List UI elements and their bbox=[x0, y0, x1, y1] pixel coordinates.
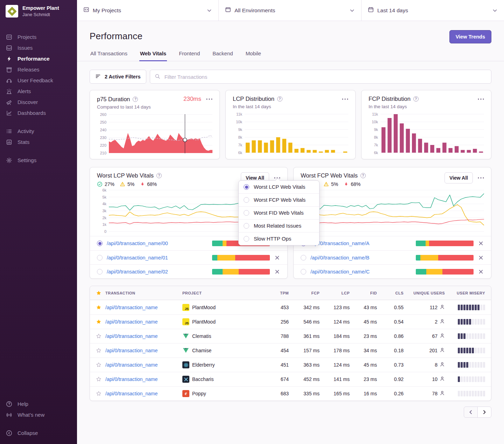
user-misery-bar bbox=[445, 376, 491, 382]
column-header[interactable]: UNIQUE USERS bbox=[404, 291, 445, 295]
next-page-button[interactable] bbox=[477, 407, 491, 418]
sidebar-item-dashboards[interactable]: Dashboards bbox=[0, 107, 77, 118]
close-icon[interactable] bbox=[274, 255, 280, 260]
sidebar-item-alerts[interactable]: Alerts bbox=[0, 86, 77, 97]
dropdown-option-slow-http-ops[interactable]: Slow HTTP Ops bbox=[239, 232, 319, 245]
y-axis: 6k5k4k3k2k1k0 bbox=[97, 190, 106, 232]
dropdown-option-worst-fcp-web-vitals[interactable]: Worst FCP Web Vitals bbox=[239, 193, 319, 206]
org-user: Jane Schmidt bbox=[22, 12, 59, 17]
sidebar-item-issues[interactable]: Issues bbox=[0, 42, 77, 53]
view-all-button[interactable]: View All bbox=[444, 172, 473, 183]
sidebar-item-releases[interactable]: Releases bbox=[0, 64, 77, 75]
transaction-link[interactable]: /api/0/transaction_name/C bbox=[310, 269, 412, 275]
tpm-value: 788 bbox=[266, 333, 289, 339]
help-icon[interactable]: ? bbox=[133, 97, 138, 102]
sidebar-item-collapse[interactable]: Collapse bbox=[0, 428, 77, 438]
star-toggle[interactable] bbox=[90, 348, 105, 353]
sidebar-group-gap bbox=[0, 118, 77, 126]
transaction-link[interactable]: /api/0/transaction_name bbox=[105, 305, 158, 310]
more-options-icon[interactable] bbox=[473, 176, 484, 180]
column-header[interactable]: USER MISERY bbox=[445, 291, 491, 295]
table-row: /api/0/transaction_nameBaccharis674452 m… bbox=[90, 372, 491, 386]
filter-row: 2 Active Filters bbox=[90, 70, 491, 84]
sidebar-item-stats[interactable]: Stats bbox=[0, 137, 77, 147]
transaction-link[interactable]: /api/0/transaction_name bbox=[105, 376, 158, 382]
sidebar-item-user-feedback[interactable]: User Feedback bbox=[0, 75, 77, 86]
ember-icon: e bbox=[182, 390, 189, 397]
fcp-distribution-chart[interactable] bbox=[380, 114, 484, 153]
help-icon[interactable]: ? bbox=[156, 173, 162, 178]
tab-all-transactions[interactable]: All Transactions bbox=[90, 50, 128, 61]
org-switcher[interactable]: Empower Plant Jane Schmidt bbox=[0, 0, 77, 22]
transaction-link[interactable]: /api/0/transaction_name/00 bbox=[107, 241, 208, 246]
radio-button[interactable] bbox=[97, 269, 103, 275]
tab-frontend[interactable]: Frontend bbox=[178, 50, 201, 61]
active-filters-button[interactable]: 2 Active Filters bbox=[90, 70, 146, 84]
column-header[interactable]: TRANSACTION bbox=[105, 291, 182, 295]
star-toggle[interactable] bbox=[90, 362, 105, 368]
search-input[interactable] bbox=[164, 74, 486, 80]
date-range-selector[interactable]: Last 14 days bbox=[362, 0, 504, 21]
close-icon[interactable] bbox=[478, 241, 484, 246]
vitals-distribution-bar bbox=[416, 241, 474, 246]
star-toggle[interactable] bbox=[90, 333, 105, 339]
sidebar-item-what-s-new[interactable]: What’s new bbox=[0, 409, 77, 420]
environment-selector[interactable]: All Environments bbox=[219, 0, 362, 21]
help-icon[interactable]: ? bbox=[277, 96, 282, 102]
transaction-link[interactable]: /api/0/transaction_name bbox=[105, 348, 158, 353]
help-icon[interactable]: ? bbox=[360, 173, 366, 178]
fcp-value: 157 ms bbox=[289, 348, 320, 353]
sidebar-item-performance[interactable]: Performance bbox=[0, 53, 77, 64]
column-header[interactable]: TPM bbox=[266, 291, 289, 295]
sidebar-item-settings[interactable]: Settings bbox=[0, 155, 77, 166]
help-icon[interactable]: ? bbox=[413, 96, 419, 102]
column-header[interactable]: FID bbox=[350, 291, 377, 295]
radio-button bbox=[244, 197, 249, 203]
transaction-link[interactable]: /api/0/transaction_name/02 bbox=[107, 269, 208, 275]
star-toggle[interactable] bbox=[90, 391, 105, 396]
close-icon[interactable] bbox=[478, 269, 484, 274]
transaction-link[interactable]: /api/0/transaction_name/B bbox=[310, 255, 412, 261]
transaction-link[interactable]: /api/0/transaction_name bbox=[105, 319, 158, 325]
close-icon[interactable] bbox=[478, 255, 484, 260]
worst-fcp-vitals-chart[interactable] bbox=[313, 190, 484, 232]
project-selector[interactable]: My Projects bbox=[77, 0, 219, 21]
star-toggle[interactable] bbox=[90, 305, 105, 310]
column-header[interactable]: FCP bbox=[289, 291, 320, 295]
sidebar-item-projects[interactable]: Projects bbox=[0, 32, 77, 42]
tab-backend[interactable]: Backend bbox=[212, 50, 233, 61]
tab-mobile[interactable]: Mobile bbox=[245, 50, 262, 61]
star-toggle[interactable] bbox=[90, 376, 105, 382]
more-options-icon[interactable] bbox=[337, 97, 348, 101]
dropdown-option-worst-lcp-web-vitals[interactable]: Worst LCP Web Vitals bbox=[239, 181, 319, 193]
view-trends-button[interactable]: View Trends bbox=[449, 30, 491, 43]
close-icon[interactable] bbox=[274, 269, 280, 274]
previous-page-button[interactable] bbox=[464, 407, 478, 418]
radio-button[interactable] bbox=[97, 241, 103, 246]
p75-duration-chart[interactable] bbox=[109, 114, 212, 153]
dropdown-option-most-related-issues[interactable]: Most Related Issues bbox=[239, 219, 319, 232]
radio-button[interactable] bbox=[97, 255, 103, 261]
sidebar-item-label: Collapse bbox=[18, 430, 38, 437]
dropdown-option-worst-fid-web-vitals[interactable]: Worst FID Web Vitals bbox=[239, 206, 319, 219]
sidebar-item-activity[interactable]: Activity bbox=[0, 126, 77, 137]
transaction-link[interactable]: /api/0/transaction_name bbox=[105, 362, 158, 368]
transaction-link[interactable]: /api/0/transaction_name/01 bbox=[107, 255, 208, 261]
radio-button[interactable] bbox=[301, 255, 306, 261]
help-icon bbox=[6, 401, 12, 407]
project-name: PlantMood bbox=[192, 305, 216, 310]
lcp-distribution-chart[interactable] bbox=[245, 114, 348, 153]
transaction-link[interactable]: /api/0/transaction_name bbox=[105, 333, 158, 339]
star-toggle[interactable] bbox=[90, 319, 105, 325]
column-header[interactable]: LCP bbox=[320, 291, 350, 295]
tab-web-vitals[interactable]: Web Vitals bbox=[139, 50, 167, 61]
radio-button[interactable] bbox=[301, 269, 306, 275]
more-options-icon[interactable] bbox=[473, 97, 484, 101]
sidebar-item-help[interactable]: Help bbox=[0, 398, 77, 409]
transaction-link[interactable]: /api/0/transaction_name/A bbox=[310, 241, 412, 246]
more-options-icon[interactable] bbox=[201, 97, 212, 101]
column-header[interactable]: PROJECT bbox=[182, 291, 266, 295]
transaction-link[interactable]: /api/0/transaction_name bbox=[105, 391, 158, 396]
column-header[interactable]: CLS bbox=[377, 291, 404, 295]
sidebar-item-discover[interactable]: Discover bbox=[0, 97, 77, 107]
